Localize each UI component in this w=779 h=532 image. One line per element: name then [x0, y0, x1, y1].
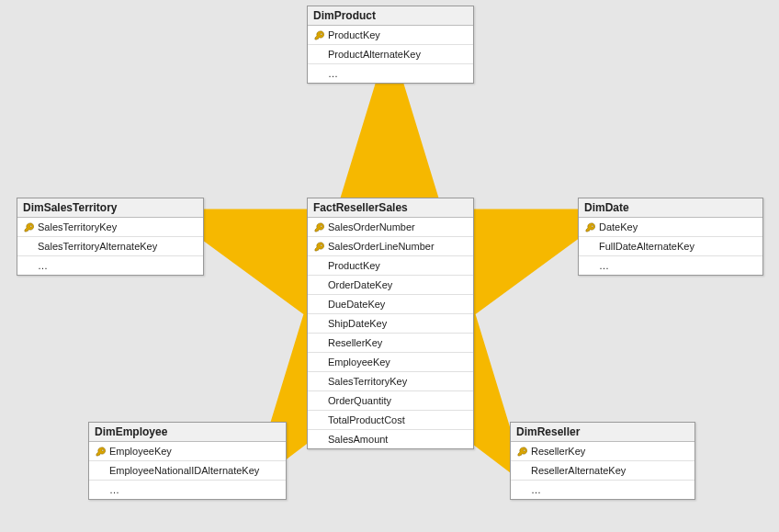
primary-key-icon [93, 447, 107, 457]
table-column-row: ResellerKey [308, 334, 473, 353]
column-label: EmployeeKey [107, 446, 172, 457]
table-column-row: SalesTerritoryAlternateKey [17, 237, 203, 256]
table-column-row: SalesOrderNumber [308, 218, 473, 237]
column-label: … [326, 68, 338, 79]
table-column-row: ProductAlternateKey [308, 45, 473, 64]
table-title: DimEmployee [89, 423, 286, 442]
primary-key-icon [514, 447, 529, 457]
column-label: ResellerKey [529, 446, 585, 457]
table-dimemployee: DimEmployee EmployeeKeyEmployeeNationalI… [88, 422, 287, 500]
column-label: ResellerAlternateKey [529, 465, 626, 476]
column-label: ShipDateKey [326, 318, 387, 329]
primary-key-icon [21, 222, 36, 232]
table-column-row: … [308, 64, 473, 83]
table-dimreseller: DimReseller ResellerKeyResellerAlternate… [510, 422, 695, 500]
table-column-row: ResellerAlternateKey [511, 461, 694, 481]
column-label: SalesOrderLineNumber [326, 241, 435, 252]
primary-key-icon [582, 222, 597, 232]
column-label: SalesTerritoryKey [326, 376, 407, 387]
column-label: EmployeeNationalIDAlternateKey [107, 465, 259, 476]
table-column-row: … [511, 481, 694, 499]
table-column-row: SalesTerritoryKey [17, 218, 203, 237]
column-label: ProductKey [326, 29, 380, 40]
table-column-row: ShipDateKey [308, 314, 473, 334]
column-label: OrderDateKey [326, 279, 392, 290]
table-column-row: DateKey [579, 218, 762, 237]
primary-key-icon [311, 30, 326, 40]
column-label: ResellerKey [326, 337, 382, 348]
column-label: … [107, 484, 119, 495]
column-label: SalesTerritoryAlternateKey [36, 241, 157, 252]
table-column-row: … [17, 256, 203, 275]
table-column-row: DueDateKey [308, 295, 473, 314]
column-label: OrderQuantity [326, 395, 391, 406]
table-column-row: EmployeeKey [308, 353, 473, 372]
table-title: DimSalesTerritory [17, 198, 203, 218]
table-factresellersales: FactResellerSales SalesOrderNumberSalesO… [307, 198, 474, 449]
table-dimproduct: DimProduct ProductKeyProductAlternateKey… [307, 6, 474, 84]
table-column-row: ProductKey [308, 26, 473, 45]
table-title: DimReseller [511, 423, 694, 442]
primary-key-icon [311, 222, 326, 232]
table-column-row: ProductKey [308, 256, 473, 276]
column-label: … [597, 260, 609, 271]
table-column-row: FullDateAlternateKey [579, 237, 762, 256]
table-column-row: SalesOrderLineNumber [308, 237, 473, 256]
column-label: TotalProductCost [326, 414, 405, 425]
column-label: … [36, 260, 48, 271]
table-column-row: EmployeeNationalIDAlternateKey [89, 461, 286, 481]
table-dimdate: DimDate DateKeyFullDateAlternateKey… [578, 198, 763, 276]
column-label: ProductKey [326, 260, 380, 271]
column-label: SalesAmount [326, 434, 388, 445]
table-column-row: EmployeeKey [89, 442, 286, 461]
table-column-row: OrderDateKey [308, 276, 473, 295]
table-title: DimDate [579, 198, 762, 218]
table-column-row: SalesAmount [308, 430, 473, 448]
primary-key-icon [311, 242, 326, 252]
table-column-row: … [89, 481, 286, 499]
table-dimsalesterritory: DimSalesTerritory SalesTerritoryKeySales… [17, 198, 204, 276]
table-column-row: … [579, 256, 762, 275]
column-label: ProductAlternateKey [326, 49, 421, 60]
table-column-row: OrderQuantity [308, 391, 473, 411]
table-column-row: ResellerKey [511, 442, 694, 461]
column-label: DueDateKey [326, 299, 385, 310]
table-column-row: SalesTerritoryKey [308, 372, 473, 391]
column-label: DateKey [597, 221, 638, 232]
column-label: SalesOrderNumber [326, 221, 415, 232]
column-label: FullDateAlternateKey [597, 241, 694, 252]
column-label: SalesTerritoryKey [36, 221, 117, 232]
table-title: DimProduct [308, 6, 473, 26]
column-label: EmployeeKey [326, 357, 390, 368]
table-title: FactResellerSales [308, 198, 473, 218]
table-column-row: TotalProductCost [308, 411, 473, 430]
column-label: … [529, 484, 541, 495]
